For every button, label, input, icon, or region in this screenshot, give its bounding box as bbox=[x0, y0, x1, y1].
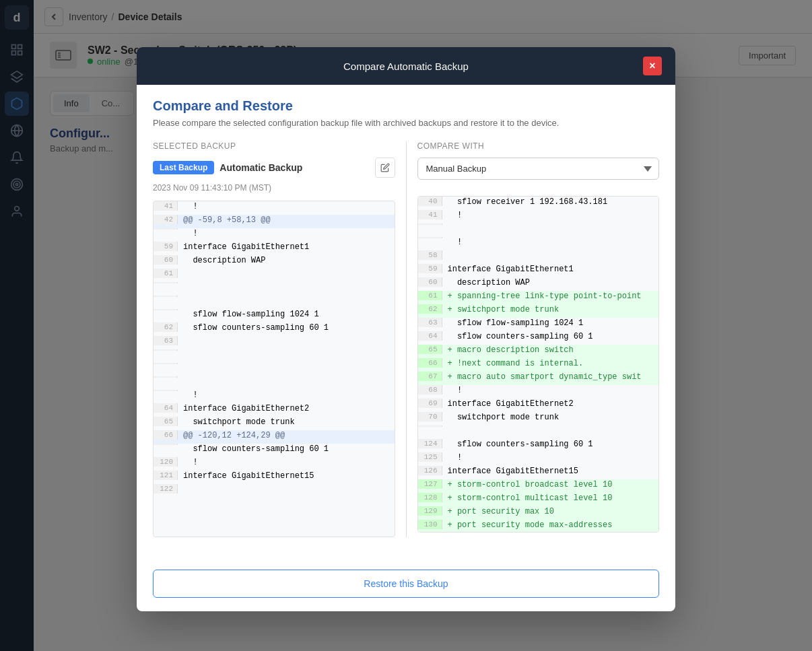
backup-date: 2023 Nov 09 11:43:10 PM (MST) bbox=[153, 183, 395, 193]
modal-title: Compare Automatic Backup bbox=[169, 61, 643, 72]
selected-backup-label: Selected Backup bbox=[153, 141, 395, 151]
selected-backup-column: Selected Backup Last Backup Automatic Ba… bbox=[153, 141, 407, 537]
restore-backup-button[interactable]: Restore this Backup bbox=[153, 570, 659, 598]
compare-with-column: Compare with Manual Backup 40 sflow rece… bbox=[407, 141, 660, 537]
backup-selector: Last Backup Automatic Backup bbox=[153, 158, 395, 178]
compare-with-label: Compare with bbox=[417, 141, 660, 151]
modal-body: Compare and Restore Please compare the s… bbox=[137, 85, 675, 551]
edit-backup-button[interactable] bbox=[375, 158, 395, 178]
compare-with-dropdown[interactable]: Manual Backup bbox=[417, 158, 660, 180]
compare-restore-title: Compare and Restore bbox=[153, 98, 659, 114]
compare-restore-desc: Please compare the selected configuratio… bbox=[153, 118, 659, 128]
compare-backup-modal: Compare Automatic Backup × Compare and R… bbox=[137, 47, 675, 611]
left-diff-panel[interactable]: 41 !42@@ -59,8 +58,13 @@ !59interface Gi… bbox=[153, 201, 395, 537]
backup-name: Automatic Backup bbox=[219, 162, 302, 173]
compare-columns: Selected Backup Last Backup Automatic Ba… bbox=[153, 141, 659, 537]
last-backup-badge: Last Backup bbox=[153, 161, 214, 174]
modal-header: Compare Automatic Backup × bbox=[137, 47, 675, 85]
modal-footer: Restore this Backup bbox=[137, 551, 675, 611]
right-diff-panel[interactable]: 40 sflow receiver 1 192.168.43.18141 ! !… bbox=[417, 196, 660, 533]
modal-close-button[interactable]: × bbox=[643, 57, 662, 75]
